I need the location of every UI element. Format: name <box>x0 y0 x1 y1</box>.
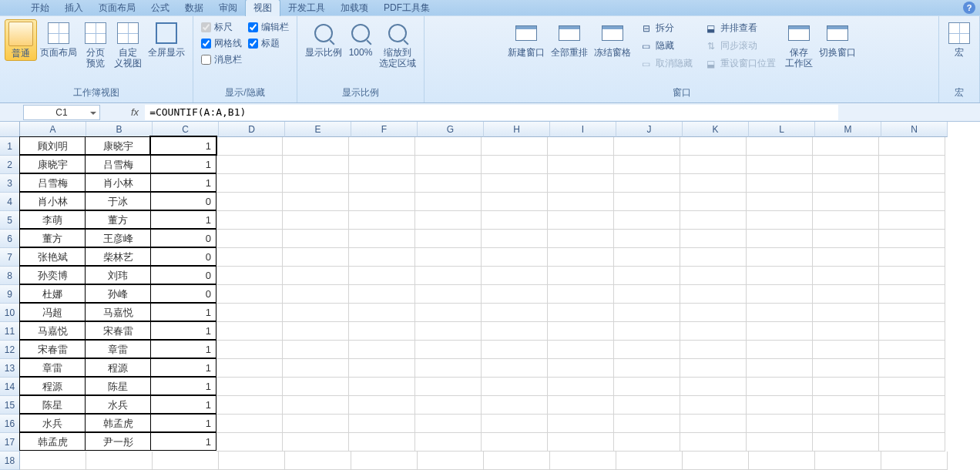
tab-加载项[interactable]: 加载项 <box>333 0 376 16</box>
cell-L16[interactable] <box>747 415 813 433</box>
col-header-M[interactable]: M <box>815 122 881 137</box>
cell-E7[interactable] <box>283 248 349 267</box>
col-header-C[interactable]: C <box>153 122 219 137</box>
gridlines-checkbox[interactable]: 网格线 <box>201 37 242 50</box>
cell-M9[interactable] <box>813 285 879 304</box>
cell-K2[interactable] <box>680 156 747 174</box>
cell-I7[interactable] <box>548 248 614 267</box>
cell-M2[interactable] <box>813 156 879 174</box>
side-by-side-button[interactable]: ⬓并排查看 <box>702 21 779 35</box>
cell-M5[interactable] <box>813 211 879 230</box>
cell-L11[interactable] <box>747 322 813 341</box>
cell-N9[interactable] <box>879 285 945 304</box>
cell-I1[interactable] <box>548 137 614 156</box>
message-bar-checkbox[interactable]: 消息栏 <box>201 53 242 66</box>
cell-D8[interactable] <box>216 267 283 285</box>
cell-N13[interactable] <box>879 359 945 378</box>
cell-H15[interactable] <box>482 396 548 415</box>
cell-N7[interactable] <box>879 248 945 267</box>
tab-审阅[interactable]: 审阅 <box>211 0 245 16</box>
cell-F14[interactable] <box>349 378 415 396</box>
cell-E2[interactable] <box>283 156 349 174</box>
cell-I2[interactable] <box>548 156 614 174</box>
cell-G17[interactable] <box>415 433 482 452</box>
cell-F5[interactable] <box>349 211 415 230</box>
cell-A7[interactable]: 张艳斌 <box>19 247 86 266</box>
freeze-panes-button[interactable]: 冻结窗格 <box>591 19 634 59</box>
col-header-J[interactable]: J <box>616 122 683 137</box>
cell-B2[interactable]: 吕雪梅 <box>85 155 151 173</box>
cell-C16[interactable]: 1 <box>150 414 216 432</box>
row-header-13[interactable]: 13 <box>0 359 20 378</box>
cell-B8[interactable]: 刘玮 <box>85 266 151 284</box>
cell-N6[interactable] <box>879 230 945 248</box>
view-page-layout-button[interactable]: 页面布局 <box>37 19 80 59</box>
cell-H7[interactable] <box>482 248 548 267</box>
cell-J2[interactable] <box>614 156 680 174</box>
cell-B6[interactable]: 王彦峰 <box>85 229 151 247</box>
cell-M1[interactable] <box>813 137 879 156</box>
row-header-4[interactable]: 4 <box>0 193 20 211</box>
cell-I11[interactable] <box>548 322 614 341</box>
col-header-N[interactable]: N <box>881 122 948 137</box>
cell-B10[interactable]: 马嘉悦 <box>85 303 151 321</box>
cell-J12[interactable] <box>614 341 680 359</box>
grid[interactable]: 顾刘明康晓宇1康晓宇吕雪梅1吕雪梅肖小林1肖小林于冰0李萌董方1董方王彦峰0张艳… <box>20 137 948 470</box>
cell-L9[interactable] <box>747 285 813 304</box>
cell-H5[interactable] <box>482 211 548 230</box>
cell-N16[interactable] <box>879 415 945 433</box>
cell-F8[interactable] <box>349 267 415 285</box>
cell-B5[interactable]: 董方 <box>85 210 151 229</box>
cell-J15[interactable] <box>614 396 680 415</box>
cell-B11[interactable]: 宋春雷 <box>85 321 151 340</box>
cell-H14[interactable] <box>482 378 548 396</box>
cell-A4[interactable]: 肖小林 <box>19 192 86 210</box>
cell-K18[interactable] <box>683 452 749 470</box>
cell-E6[interactable] <box>283 230 349 248</box>
cell-N1[interactable] <box>879 137 945 156</box>
cell-N15[interactable] <box>879 396 945 415</box>
cell-L8[interactable] <box>747 267 813 285</box>
cell-E1[interactable] <box>283 137 349 156</box>
cell-C8[interactable]: 0 <box>150 266 216 284</box>
tab-开发工具[interactable]: 开发工具 <box>280 0 333 16</box>
cell-A15[interactable]: 陈星 <box>19 395 86 414</box>
cell-C5[interactable]: 1 <box>150 210 216 229</box>
cell-K6[interactable] <box>680 230 747 248</box>
cell-C2[interactable]: 1 <box>150 155 216 173</box>
cell-J4[interactable] <box>614 193 680 211</box>
cell-D5[interactable] <box>216 211 283 230</box>
col-header-G[interactable]: G <box>418 122 484 137</box>
cell-C3[interactable]: 1 <box>150 173 216 192</box>
cell-M15[interactable] <box>813 396 879 415</box>
cell-A18[interactable] <box>20 452 86 470</box>
cell-E13[interactable] <box>283 359 349 378</box>
cell-N2[interactable] <box>879 156 945 174</box>
cell-H2[interactable] <box>482 156 548 174</box>
cell-A8[interactable]: 孙奕博 <box>19 266 86 284</box>
macros-button[interactable]: 宏 <box>944 19 975 59</box>
col-header-H[interactable]: H <box>484 122 550 137</box>
cell-H18[interactable] <box>484 452 550 470</box>
cell-E10[interactable] <box>283 304 349 322</box>
zoom-100-button[interactable]: 100% <box>345 19 376 59</box>
cell-A17[interactable]: 韩孟虎 <box>19 432 86 451</box>
cell-G13[interactable] <box>415 359 482 378</box>
cell-A6[interactable]: 董方 <box>19 229 86 247</box>
cell-L4[interactable] <box>747 193 813 211</box>
cell-L1[interactable] <box>747 137 813 156</box>
cell-N14[interactable] <box>879 378 945 396</box>
cell-K11[interactable] <box>680 322 747 341</box>
cell-L7[interactable] <box>747 248 813 267</box>
cell-I15[interactable] <box>548 396 614 415</box>
cell-D14[interactable] <box>216 378 283 396</box>
cell-C13[interactable]: 1 <box>150 358 216 377</box>
cell-A11[interactable]: 马嘉悦 <box>19 321 86 340</box>
cell-C7[interactable]: 0 <box>150 247 216 266</box>
cell-G15[interactable] <box>415 396 482 415</box>
cell-M3[interactable] <box>813 174 879 193</box>
cell-A12[interactable]: 宋春雷 <box>19 340 86 358</box>
cell-L2[interactable] <box>747 156 813 174</box>
row-header-9[interactable]: 9 <box>0 285 20 304</box>
formula-bar-checkbox[interactable]: 编辑栏 <box>248 21 289 34</box>
